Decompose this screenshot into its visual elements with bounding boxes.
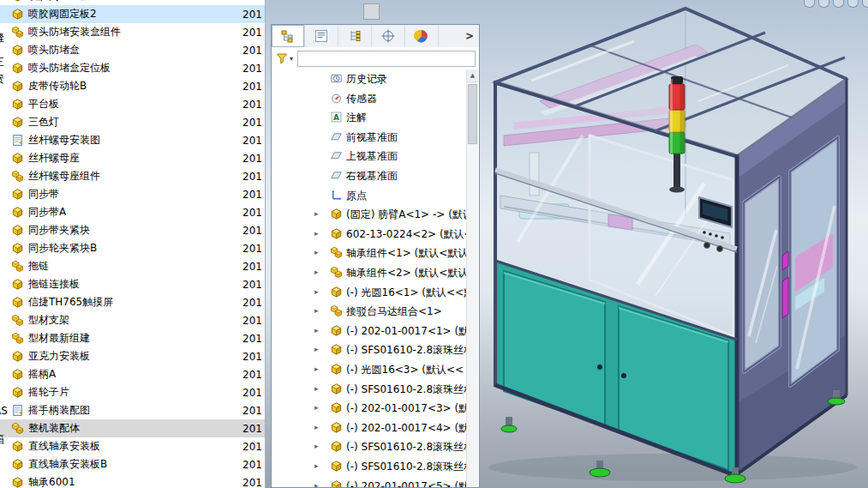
file-row[interactable]: 丝杆螺母座组件201 bbox=[0, 167, 265, 185]
file-row[interactable]: 同步带201 bbox=[0, 185, 265, 203]
expand-arrow-icon[interactable]: ▸ bbox=[314, 480, 319, 487]
file-date: 201 bbox=[242, 243, 265, 255]
expand-arrow-icon[interactable]: ▸ bbox=[314, 441, 319, 452]
part-icon bbox=[11, 368, 24, 381]
tab-featuremanager[interactable] bbox=[272, 25, 305, 47]
file-row[interactable]: 亚克力安装板201 bbox=[0, 347, 265, 365]
tab-propertymanager[interactable] bbox=[305, 25, 338, 47]
file-row[interactable]: 信捷TH765触摸屏201 bbox=[0, 293, 265, 311]
file-row[interactable]: 整机装配体201 bbox=[0, 419, 265, 437]
tree-item[interactable]: ▸接驳台马达组合<1> bbox=[272, 302, 466, 321]
tree-item[interactable]: 传感器 bbox=[272, 89, 466, 108]
expand-arrow-icon[interactable]: ▸ bbox=[314, 305, 319, 316]
file-row[interactable]: 直线轴承安装板B201 bbox=[0, 455, 265, 473]
graphics-viewport[interactable] bbox=[480, 0, 868, 488]
part-icon bbox=[330, 460, 343, 473]
tree-item[interactable]: ▸轴承组件<2> (默认<默认 bbox=[272, 263, 466, 282]
file-row[interactable]: 摇轮子片201 bbox=[0, 383, 265, 401]
panel-overflow-chevron[interactable]: > bbox=[460, 25, 479, 47]
tree-item[interactable]: 原点 bbox=[272, 186, 466, 205]
tree-item[interactable]: ▸(-) 202-01-0017<1> (默 bbox=[272, 322, 466, 340]
expand-arrow-icon[interactable]: ▸ bbox=[314, 247, 319, 258]
file-row[interactable]: 平台板201 bbox=[0, 95, 265, 113]
file-row[interactable]: 同步带夹紧块201 bbox=[0, 221, 265, 239]
file-row[interactable]: 喷头防堵安装盒组件201 bbox=[0, 23, 265, 41]
expand-arrow-icon[interactable]: ▸ bbox=[314, 325, 319, 336]
part-icon bbox=[330, 227, 343, 240]
part-icon bbox=[11, 440, 24, 453]
expand-arrow-icon[interactable]: ▸ bbox=[314, 402, 319, 413]
tree-item[interactable]: 上视基准面 bbox=[272, 147, 466, 166]
assembly-icon bbox=[11, 26, 24, 39]
part-icon bbox=[11, 116, 24, 129]
file-row[interactable]: 三色灯201 bbox=[0, 113, 265, 131]
file-row[interactable]: 同步轮夹紧块B201 bbox=[0, 239, 265, 257]
file-row[interactable]: 型材最新组建201 bbox=[0, 329, 265, 347]
tree-item[interactable]: ▸(-) 202-01-0017<4> (默 bbox=[272, 419, 466, 437]
tree-item[interactable]: ▸(-) SFS01610-2.8滚珠丝杆 bbox=[272, 340, 466, 359]
tree-item[interactable]: A注解 bbox=[272, 108, 466, 127]
tree-item[interactable]: 前视基准面 bbox=[272, 128, 466, 147]
filter-funnel-icon[interactable]: ▾ bbox=[275, 51, 293, 65]
part-icon bbox=[11, 0, 24, 3]
view-toolbar-icon-fragment[interactable] bbox=[847, 0, 859, 8]
tree-item[interactable]: 右视基准面 bbox=[272, 166, 466, 185]
file-row[interactable]: 轴承6001201 bbox=[0, 473, 265, 488]
tree-item[interactable]: 历史记录 bbox=[272, 69, 466, 88]
file-row[interactable]: 丝杆螺母座201 bbox=[0, 149, 265, 167]
tree-item[interactable]: ▸轴承组件<1> (默认<默认 bbox=[272, 244, 466, 262]
file-row[interactable]: 喷头防堵盒定位板201 bbox=[0, 59, 265, 77]
file-date: 201 bbox=[242, 297, 265, 309]
tree-item[interactable]: ▸(-) SFS01610-2.8滚珠丝杆 bbox=[272, 437, 466, 456]
expand-arrow-icon[interactable]: ▸ bbox=[314, 228, 319, 239]
tab-configurationmanager[interactable] bbox=[338, 25, 372, 47]
tree-scrollbar[interactable]: ▲ bbox=[466, 69, 478, 486]
tree-item[interactable]: ▸(-) SFS01610-2.8滚珠丝杆 bbox=[272, 380, 466, 399]
file-date: 201 bbox=[242, 171, 265, 183]
part-icon bbox=[11, 44, 24, 57]
file-row[interactable]: 摇柄A201 bbox=[0, 365, 265, 383]
file-row[interactable]: 摇手柄装配图201 bbox=[0, 401, 265, 419]
tree-item[interactable]: ▸(-) SFS01610-2.8滚珠丝杆 bbox=[272, 457, 466, 476]
file-date: 201 bbox=[242, 117, 265, 129]
expand-arrow-icon[interactable]: ▸ bbox=[314, 267, 319, 278]
file-row[interactable]: 喷胶阀固定板2201 bbox=[0, 5, 265, 23]
file-label: 同步带夹紧块 bbox=[28, 223, 90, 238]
tree-item[interactable]: ▸602-13-0224<2> (默认< bbox=[272, 225, 466, 244]
view-toolbar-icon-fragment[interactable] bbox=[833, 0, 844, 8]
expand-arrow-icon[interactable]: ▸ bbox=[314, 383, 319, 395]
file-label: 型材最新组建 bbox=[28, 331, 90, 346]
view-toolbar-icon-fragment[interactable] bbox=[818, 0, 829, 8]
tab-displaymanager[interactable] bbox=[405, 25, 439, 47]
file-row[interactable]: 直线轴承安装板201 bbox=[0, 437, 265, 455]
tree-item[interactable]: ▸(-) 光圆16<3> (默认<< bbox=[272, 360, 466, 379]
view-toolbar-icon-fragment[interactable] bbox=[862, 0, 868, 8]
tab-dimxpertmanager[interactable] bbox=[372, 25, 405, 47]
expand-arrow-icon[interactable]: ▸ bbox=[314, 364, 319, 375]
file-row[interactable]: 拖链连接板201 bbox=[0, 275, 265, 293]
expand-arrow-icon[interactable]: ▸ bbox=[314, 422, 319, 433]
file-row[interactable]: 皮带传动轮B201 bbox=[0, 77, 265, 95]
view-toolbar-icon-fragment[interactable] bbox=[804, 0, 815, 8]
scrollbar-thumb[interactable] bbox=[468, 84, 477, 144]
expand-arrow-icon[interactable]: ▸ bbox=[314, 461, 319, 472]
expand-arrow-icon[interactable]: ▸ bbox=[314, 286, 319, 298]
tower-pole bbox=[673, 153, 680, 189]
file-row[interactable]: 喷头防堵盒201 bbox=[0, 41, 265, 59]
file-row[interactable]: 拖链201 bbox=[0, 257, 265, 275]
tree-item[interactable]: ▸(固定) 膀臂A<1> -> (默认 bbox=[272, 205, 466, 224]
file-row[interactable]: 丝杆螺母安装图201 bbox=[0, 131, 265, 149]
tree-filter-input[interactable] bbox=[297, 51, 476, 67]
file-label: 皮带传动轮B bbox=[28, 79, 87, 93]
part-icon bbox=[330, 383, 343, 395]
tree-item[interactable]: ▸(-) 光圆16<1> (默认<<默 bbox=[272, 283, 466, 302]
tree-item[interactable]: ▸(-) 202-01-0017<5> (默 bbox=[272, 477, 466, 487]
expand-arrow-icon[interactable]: ▸ bbox=[314, 344, 319, 355]
file-row[interactable]: 同步带A201 bbox=[0, 203, 265, 221]
file-row[interactable]: 型材支架201 bbox=[0, 311, 265, 329]
tree-item[interactable]: ▸(-) 202-01-0017<3> (默 bbox=[272, 399, 466, 418]
tree-filter-row: ▾ bbox=[272, 47, 479, 69]
scroll-up-button[interactable]: ▲ bbox=[467, 69, 478, 82]
expand-arrow-icon[interactable]: ▸ bbox=[314, 208, 319, 220]
file-date: 201 bbox=[242, 261, 265, 273]
